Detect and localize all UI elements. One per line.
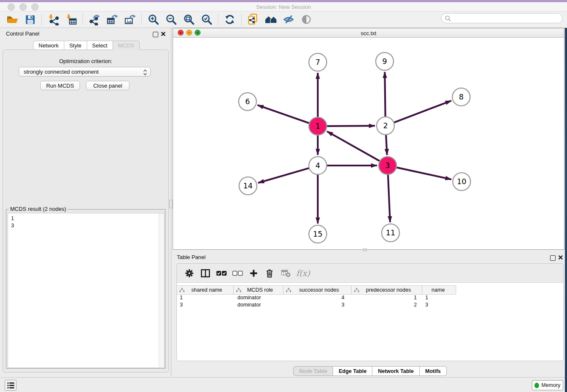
graph-edge-1-6[interactable] [258, 105, 309, 123]
copy-network-icon[interactable] [245, 12, 261, 27]
graph-node-label: 2 [383, 121, 388, 130]
graph-edge-2-8[interactable] [394, 101, 451, 122]
graph-edge-3-10[interactable] [396, 168, 451, 179]
network-view-window: × − + scc.txt 1234678910111415 [173, 28, 564, 250]
tab-edge-table[interactable]: Edge Table [333, 366, 372, 376]
table-mode-gear-icon[interactable] [183, 267, 195, 279]
table-panel-close-icon[interactable]: ✕ [558, 255, 563, 260]
create-column-icon[interactable] [247, 267, 260, 279]
column-header-successor-nodes[interactable]: successor nodes [284, 286, 352, 294]
cell-name[interactable]: 1 [422, 295, 456, 302]
cell-shared-name[interactable]: 1 [177, 295, 234, 302]
table-row[interactable]: 1dominator411 [177, 295, 456, 302]
zoom-fit-icon[interactable] [181, 12, 196, 27]
function-builder-icon[interactable]: f(x) [296, 268, 310, 278]
graph-node-label: 11 [386, 229, 395, 237]
column-header-name[interactable]: name [422, 286, 456, 294]
export-table-icon[interactable] [105, 12, 120, 27]
graph-edge-4-14[interactable] [258, 168, 309, 183]
memory-label: Memory [541, 382, 560, 388]
open-file-icon[interactable] [5, 12, 20, 27]
table-panel-float-icon[interactable] [550, 255, 556, 261]
graph-edge-2-3[interactable] [386, 135, 387, 155]
graph-node-label: 6 [245, 97, 250, 106]
network-title: scc.txt [173, 30, 564, 36]
splitter-grip[interactable] [169, 200, 173, 208]
toolbar-separator [83, 14, 83, 25]
cell-shared-name[interactable]: 3 [177, 302, 234, 309]
close-panel-button[interactable]: Close panel [86, 81, 129, 90]
list-icon [7, 381, 15, 389]
log-console-button[interactable] [5, 380, 17, 391]
column-pane-icon[interactable] [199, 267, 212, 279]
search-input[interactable] [453, 15, 560, 22]
zoom-out-icon[interactable] [163, 12, 179, 27]
delete-table-icon[interactable] [279, 267, 292, 279]
control-panel-tabs: NetworkStyleSelectMCDS [33, 41, 140, 50]
toolbar-separator [41, 14, 42, 25]
hierarchy-icon [354, 288, 359, 293]
tab-network[interactable]: Network [33, 41, 64, 50]
table-header-row: shared nameMCDS rolesuccessor nodesprede… [177, 285, 456, 295]
graph-node-label: 7 [315, 58, 320, 66]
optimization-criterion-label: Optimization criterion: [0, 58, 171, 64]
graph-node-label: 15 [313, 230, 322, 238]
toolbar-separator [141, 14, 142, 25]
network-resize-grip[interactable] [363, 248, 367, 251]
column-header-predecessor-nodes[interactable]: predecessor nodes [352, 286, 422, 294]
hierarchy-icon [179, 288, 184, 293]
delete-columns-icon[interactable] [263, 267, 276, 279]
column-header-MCDS-role[interactable]: MCDS role [234, 286, 284, 294]
result-scrollbar[interactable] [159, 213, 164, 367]
control-panel-close-icon[interactable]: ✕ [160, 32, 166, 36]
hide-panels-icon[interactable] [281, 12, 296, 27]
mcds-result-text[interactable]: 13 [8, 213, 165, 368]
desktop-edge-strip [565, 28, 567, 392]
tab-style[interactable]: Style [64, 41, 87, 50]
column-header-shared-name[interactable]: shared name [177, 286, 234, 294]
import-network-icon[interactable] [46, 12, 61, 27]
cell-successor-nodes[interactable]: 3 [284, 302, 352, 309]
hierarchy-icon [286, 288, 291, 293]
tab-select[interactable]: Select [87, 41, 113, 50]
home-icon[interactable] [263, 12, 278, 27]
tab-node-table[interactable]: Node Table [293, 366, 333, 376]
tab-network-table[interactable]: Network Table [372, 366, 420, 376]
search-icon [445, 15, 451, 22]
cell-predecessor-nodes[interactable]: 1 [352, 295, 422, 302]
optimization-criterion-select[interactable]: strongly connected component [19, 67, 151, 77]
import-table-icon[interactable] [63, 12, 79, 27]
graph-node-label: 1 [315, 122, 320, 130]
table-row[interactable]: 3dominator323 [177, 302, 456, 309]
show-panels-icon[interactable] [299, 12, 314, 27]
cell-predecessor-nodes[interactable]: 2 [352, 302, 422, 309]
control-panel-float-icon[interactable] [153, 32, 158, 37]
cell-successor-nodes[interactable]: 4 [284, 295, 352, 302]
network-graph-canvas[interactable]: 1234678910111415 [173, 38, 564, 249]
toolbar-separator [241, 14, 242, 25]
run-mcds-button[interactable]: Run MCDS [40, 81, 80, 90]
toolbar-separator [218, 14, 218, 25]
export-network-icon[interactable] [87, 12, 102, 27]
graph-edge-3-1[interactable] [327, 131, 380, 161]
select-all-icon[interactable] [215, 267, 228, 279]
graph-edge-2-9[interactable] [385, 72, 385, 116]
graph-edge-1-2[interactable] [327, 126, 375, 126]
refresh-icon[interactable] [222, 12, 237, 27]
cell-MCDS-role[interactable]: dominator [234, 295, 284, 302]
export-image-icon[interactable] [122, 12, 138, 27]
hierarchy-icon [236, 288, 241, 293]
tab-mcds[interactable]: MCDS [113, 41, 140, 50]
save-session-icon[interactable] [22, 12, 38, 27]
tab-motifs[interactable]: Motifs [420, 366, 447, 376]
zoom-selected-icon[interactable] [199, 12, 214, 27]
search-field[interactable] [441, 13, 563, 23]
zoom-in-icon[interactable] [146, 12, 161, 27]
cell-MCDS-role[interactable]: dominator [234, 302, 284, 309]
cell-name[interactable]: 3 [422, 302, 456, 309]
graph-edge-3-11[interactable] [388, 175, 390, 222]
memory-button[interactable]: Memory [532, 380, 563, 390]
graph-node-label: 9 [382, 57, 387, 66]
deselect-all-icon[interactable] [231, 267, 244, 279]
graph-node-label: 3 [385, 161, 390, 170]
